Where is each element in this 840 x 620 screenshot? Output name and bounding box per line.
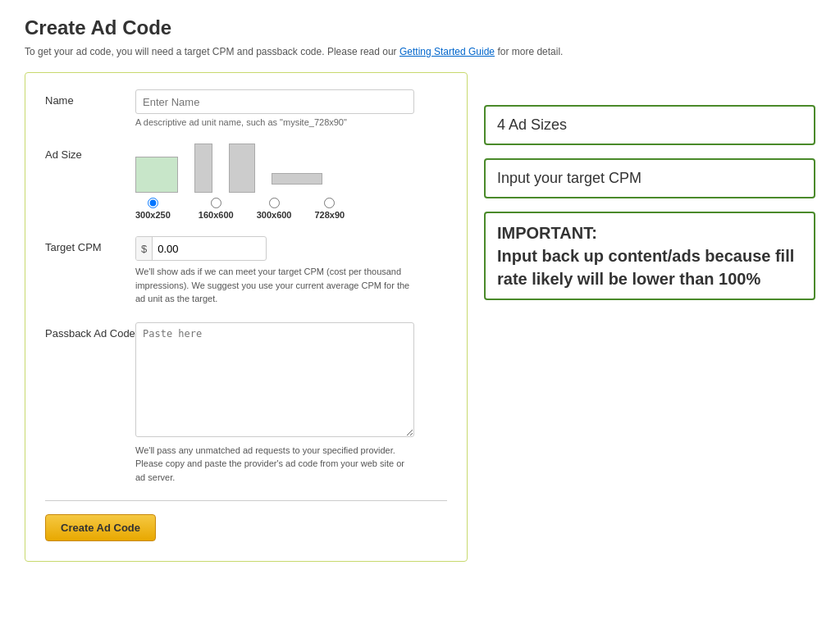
ad-size-radio-300x600: 300x600 [257,198,292,220]
ad-size-radio-728x90: 728x90 [314,198,345,220]
form-panel: Name A descriptive ad unit name, such as… [25,72,468,562]
ad-size-content: 300x250 160x600 300x600 728x90 [135,144,447,220]
page-title: Create Ad Code [25,16,815,39]
passback-label: Passback Ad Code [45,322,135,340]
annotation-ad-sizes: 4 Ad Sizes [484,105,815,145]
passback-textarea[interactable] [135,322,414,437]
ad-size-item-160x600 [194,144,212,193]
name-content: A descriptive ad unit name, such as "mys… [135,89,447,127]
ad-size-item-300x600 [229,144,255,193]
passback-content: We'll pass any unmatched ad requests to … [135,322,447,485]
target-cpm-content: $ We'll show ads if we can meet your tar… [135,236,447,306]
cpm-input-wrap: $ [135,236,267,261]
ad-size-text-300x250: 300x250 [135,210,171,220]
target-cpm-label: Target CPM [45,236,135,253]
ad-size-preview-300x600 [229,144,255,193]
annotations-panel: 4 Ad Sizes Input your target CPM IMPORTA… [484,105,815,300]
ad-size-text-160x600: 160x600 [199,210,234,220]
annotation-passback: IMPORTANT: Input back up content/ads bec… [484,212,815,300]
name-hint: A descriptive ad unit name, such as "mys… [135,117,447,127]
annotation-cpm: Input your target CPM [484,158,815,198]
ad-size-text-300x600: 300x600 [257,210,292,220]
ad-size-row: Ad Size [45,144,447,220]
ad-size-radio-row: 300x250 160x600 300x600 728x90 [135,198,447,220]
name-row: Name A descriptive ad unit name, such as… [45,89,447,127]
ad-size-item-300x250 [135,157,178,193]
ad-size-preview-728x90 [272,173,322,185]
radio-300x600[interactable] [269,198,280,208]
passback-hint: We'll pass any unmatched ad requests to … [135,444,414,485]
ad-size-text-728x90: 728x90 [314,210,345,220]
name-input[interactable] [135,89,414,114]
radio-728x90[interactable] [324,198,335,208]
divider [45,500,447,501]
ad-size-preview-160x600 [194,144,212,193]
cpm-dollar-sign: $ [136,237,153,260]
ad-sizes-previews [135,144,447,193]
ad-size-radio-300x250: 300x250 [135,198,171,220]
passback-row: Passback Ad Code We'll pass any unmatche… [45,322,447,485]
getting-started-link[interactable]: Getting Started Guide [399,46,495,57]
ad-size-radio-160x600: 160x600 [199,198,234,220]
cpm-input[interactable] [153,239,251,258]
name-label: Name [45,89,135,107]
ad-size-label: Ad Size [45,144,135,161]
main-container: Name A descriptive ad unit name, such as… [25,72,815,562]
ad-size-preview-300x250 [135,157,178,193]
ad-size-item-728x90 [272,173,322,193]
create-ad-code-button[interactable]: Create Ad Code [45,514,156,541]
page-subtitle: To get your ad code, you will need a tar… [25,44,815,59]
radio-300x250[interactable] [148,198,158,208]
radio-160x600[interactable] [211,198,221,208]
cpm-hint: We'll show ads if we can meet your targe… [135,265,414,306]
target-cpm-row: Target CPM $ We'll show ads if we can me… [45,236,447,306]
